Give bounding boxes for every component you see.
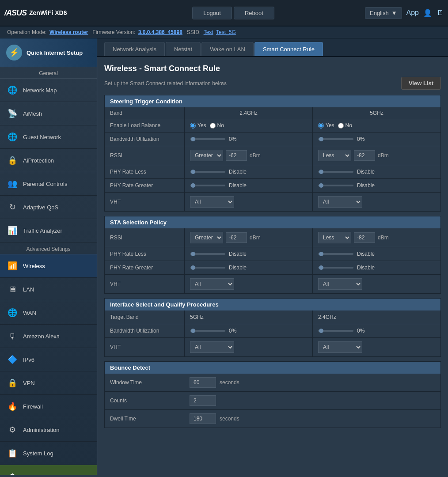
sta-phy-less-24-group: Disable xyxy=(190,251,247,257)
dwell-time-row: Dwell Time seconds xyxy=(105,410,440,428)
sidebar-label-tools: Network Tools xyxy=(23,473,59,475)
syslog-icon: 📋 xyxy=(6,447,19,459)
sta-rssi-24-num[interactable] xyxy=(226,232,247,243)
ssid-value[interactable]: Test xyxy=(204,29,213,35)
sta-vht-24-select[interactable]: All xyxy=(190,278,234,290)
steering-phy-greater-24-track[interactable] xyxy=(190,185,225,186)
bounce-section: Bounce Detect Window Time seconds Counts xyxy=(104,361,441,428)
reboot-button[interactable]: Reboot xyxy=(234,7,274,19)
steering-rssi-24-op[interactable]: GreaterLess xyxy=(190,150,223,161)
lb-24-no-radio[interactable] xyxy=(210,123,216,129)
sta-vht-5-select[interactable]: All xyxy=(318,278,362,290)
sidebar-item-amazon-alexa[interactable]: 🎙 Amazon Alexa xyxy=(0,325,97,348)
window-time-val: seconds xyxy=(184,374,440,391)
sidebar-item-network-map[interactable]: 🌐 Network Map xyxy=(0,79,97,102)
lb-5-no-label[interactable]: No xyxy=(338,122,352,129)
operation-mode-value[interactable]: Wireless router xyxy=(49,29,88,35)
user-icon[interactable]: 👤 xyxy=(423,9,432,17)
steering-rssi-5-op[interactable]: LessGreater xyxy=(318,150,351,161)
ssid-5g-value[interactable]: Test_5G xyxy=(216,29,236,35)
counts-input[interactable] xyxy=(190,395,216,406)
steering-bw-24-track[interactable] xyxy=(190,138,225,140)
steering-rssi-24-num[interactable] xyxy=(226,150,247,161)
sta-rssi-24-op[interactable]: GreaterLess xyxy=(190,232,223,243)
sta-vht-24: All xyxy=(184,275,312,293)
tab-smart-connect-rule[interactable]: Smart Connect Rule xyxy=(254,42,323,56)
sta-rssi-label: RSSI xyxy=(105,228,184,247)
lb-5-no-radio[interactable] xyxy=(338,123,344,129)
sta-rssi-5-num[interactable] xyxy=(354,232,375,243)
lb-24-yes-label[interactable]: Yes xyxy=(190,122,206,129)
sidebar-label-alexa: Amazon Alexa xyxy=(23,333,60,340)
language-selector[interactable]: English ▼ xyxy=(365,7,402,19)
sidebar-item-vpn[interactable]: 🔒 VPN xyxy=(0,371,97,395)
window-time-row: Window Time seconds xyxy=(105,374,440,392)
view-list-button[interactable]: View List xyxy=(401,77,441,90)
steering-phy-greater-5: Disable xyxy=(312,179,440,192)
sta-phy-less-5-track[interactable] xyxy=(318,253,353,255)
sta-phy-less-5-val: Disable xyxy=(357,251,375,257)
steering-bw-5-track[interactable] xyxy=(318,138,353,140)
window-time-input[interactable] xyxy=(190,377,216,388)
sta-header: STA Selection Policy xyxy=(105,216,440,228)
sidebar-label-lan: LAN xyxy=(23,286,34,293)
sta-phy-less-label: PHY Rate Less xyxy=(105,247,184,261)
sidebar-label-traffic: Traffic Analyzer xyxy=(23,227,62,234)
sidebar-item-lan[interactable]: 🖥 LAN xyxy=(0,278,97,301)
steering-bw-24: 0% xyxy=(184,132,312,146)
sidebar-item-parental-controls[interactable]: 👥 Parental Controls xyxy=(0,172,97,196)
sidebar-item-network-tools[interactable]: ⚙ Network Tools xyxy=(0,465,97,475)
interface-vht-5-select[interactable]: All xyxy=(318,341,362,353)
sidebar-item-aiprotection[interactable]: 🔒 AiProtection xyxy=(0,149,97,172)
interface-vht-24-select[interactable]: All xyxy=(190,341,234,353)
steering-content: Band 2.4GHz 5GHz Enable Load Balance Yes xyxy=(105,107,440,211)
sidebar-item-system-log[interactable]: 📋 System Log xyxy=(0,442,97,465)
interface-vht-row: VHT All All xyxy=(105,338,440,356)
tab-network-analysis[interactable]: Network Analysis xyxy=(104,42,165,56)
sidebar-item-ipv6[interactable]: 🔷 IPv6 xyxy=(0,348,97,371)
interface-bw-5-track[interactable] xyxy=(318,330,353,332)
sta-rssi-row: RSSI GreaterLess dBm xyxy=(105,228,440,247)
counts-row: Counts xyxy=(105,392,440,410)
sidebar-item-firewall[interactable]: 🔥 Firewall xyxy=(0,395,97,418)
steering-rssi-5: LessGreater dBm xyxy=(312,146,440,165)
target-band-label: Target Band xyxy=(105,310,184,324)
steering-bw-24-slider: 0% xyxy=(190,136,236,142)
quick-internet-setup[interactable]: ⚡ Quick Internet Setup xyxy=(0,38,97,67)
lb-5-yes-radio[interactable] xyxy=(318,123,324,129)
sidebar-item-guest-network[interactable]: 🌐 Guest Network xyxy=(0,125,97,149)
lb-24-yes-radio[interactable] xyxy=(190,123,196,129)
steering-rssi-5-unit: dBm xyxy=(378,152,389,159)
sta-phy-less-24-track[interactable] xyxy=(190,253,225,255)
monitor-icon[interactable]: 🖥 xyxy=(437,9,444,17)
interface-bw-24-track[interactable] xyxy=(190,330,225,332)
sta-phy-greater-5-track[interactable] xyxy=(318,267,353,269)
window-time-label: Window Time xyxy=(105,374,184,391)
steering-phy-less-5-track[interactable] xyxy=(318,171,353,173)
steering-phy-less-24-track[interactable] xyxy=(190,171,225,173)
sidebar-item-wan[interactable]: 🌐 WAN xyxy=(0,301,97,325)
steering-vht-24-select[interactable]: All xyxy=(190,196,234,208)
sidebar-item-administration[interactable]: ⚙ Administration xyxy=(0,418,97,442)
sidebar-item-traffic-analyzer[interactable]: 📊 Traffic Analyzer xyxy=(0,219,97,242)
ipv6-icon: 🔷 xyxy=(6,353,19,366)
load-balance-5: Yes No xyxy=(312,119,440,132)
tab-netstat[interactable]: Netstat xyxy=(166,42,201,56)
app-label[interactable]: App xyxy=(406,9,419,17)
sta-phy-greater-24-track[interactable] xyxy=(190,267,225,269)
lb-5-yes-label[interactable]: Yes xyxy=(318,122,334,129)
sidebar-item-adaptive-qos[interactable]: ↻ Adaptive QoS xyxy=(0,196,97,219)
dwell-time-input[interactable] xyxy=(190,413,216,424)
interface-bw-row: Bandwidth Utilization 0% 0% xyxy=(105,324,440,338)
sta-rssi-5-op[interactable]: LessGreater xyxy=(318,232,351,243)
sidebar-item-wireless[interactable]: 📶 Wireless xyxy=(0,254,97,278)
logout-button[interactable]: Logout xyxy=(192,7,232,19)
firmware-value[interactable]: 3.0.0.4.386_45898 xyxy=(138,29,182,35)
interface-bw-24: 0% xyxy=(184,324,312,337)
steering-vht-5-select[interactable]: All xyxy=(318,196,362,208)
sidebar-item-aimesh[interactable]: 📡 AiMesh xyxy=(0,102,97,125)
steering-phy-greater-5-track[interactable] xyxy=(318,185,353,186)
tab-wake-on-lan[interactable]: Wake on LAN xyxy=(201,42,254,56)
steering-rssi-5-num[interactable] xyxy=(354,150,375,161)
lb-24-no-label[interactable]: No xyxy=(210,122,224,129)
